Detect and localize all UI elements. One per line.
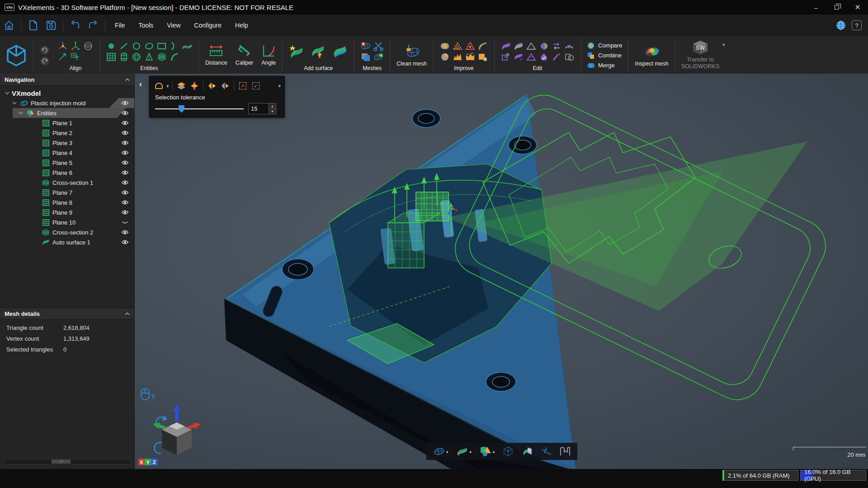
entities-display-dropup-caret[interactable]: ▴ — [493, 449, 495, 454]
new-session-button[interactable] — [25, 18, 41, 33]
home-button[interactable] — [1, 18, 17, 33]
edit-subdivide-button[interactable] — [526, 52, 537, 62]
menu-file[interactable]: File — [108, 14, 132, 36]
edit-flip-button[interactable] — [551, 41, 562, 51]
select-visible-layers-button[interactable] — [176, 80, 187, 91]
undo-button[interactable] — [67, 18, 83, 33]
fill-holes-button[interactable] — [439, 41, 450, 51]
tree-item-plane-9[interactable]: Plane 9 — [0, 207, 134, 217]
selection-more-dropdown-caret[interactable]: ▾ — [278, 83, 281, 89]
align-move-button[interactable] — [57, 52, 68, 62]
save-button[interactable] — [43, 18, 59, 33]
transfer-solidworks-button[interactable]: SW Transfer to SOLIDWORKS ▾ — [678, 37, 729, 74]
tree-item-vxmodel[interactable]: VXmodel — [0, 88, 134, 98]
web-globe-icon[interactable] — [835, 20, 846, 31]
merge-button[interactable]: Merge — [587, 61, 622, 70]
visibility-eye-open-icon[interactable] — [121, 110, 129, 116]
navigation-cube[interactable] — [152, 404, 202, 458]
align-plane-axis-button[interactable] — [70, 52, 81, 62]
tree-item-plane-7[interactable]: Plane 7 — [0, 188, 134, 197]
select-through-button[interactable] — [189, 80, 200, 91]
edit-mirror-button[interactable] — [538, 41, 549, 51]
entity-line-button[interactable] — [118, 41, 129, 51]
selection-shape-lasso-button[interactable] — [153, 80, 164, 91]
invert-selection-button[interactable] — [220, 80, 231, 91]
surface-display-button[interactable]: ▴ — [455, 445, 473, 458]
menu-view[interactable]: View — [160, 14, 187, 36]
edit-triangle-button[interactable] — [526, 41, 537, 51]
menu-configure[interactable]: Configure — [187, 14, 228, 36]
visibility-eye-open-icon[interactable] — [121, 239, 129, 245]
add-surface-boundary-button[interactable] — [332, 44, 348, 59]
visibility-eye-open-icon[interactable] — [121, 230, 129, 235]
close-button[interactable]: ✕ — [847, 0, 868, 14]
edit-orient-button[interactable] — [564, 41, 575, 51]
tree-item-entities[interactable]: Entities — [0, 108, 134, 118]
mouse-help-button[interactable]: ? — [140, 388, 155, 400]
mesh-split-button[interactable] — [373, 41, 384, 51]
entity-cylinder-button[interactable] — [118, 52, 129, 62]
mesh-display-dropup-caret[interactable]: ▴ — [446, 449, 448, 454]
visibility-eye-open-icon[interactable] — [121, 190, 129, 195]
tree-item-plane-3[interactable]: Plane 3 — [0, 138, 134, 148]
tree-item-plastic-injection-mold[interactable]: Plastic injection mold — [0, 98, 134, 108]
tree-item-cross-section-1[interactable]: Cross-section 1 — [0, 178, 134, 188]
mesh-delete-button[interactable] — [360, 41, 371, 51]
menu-help[interactable]: Help — [228, 14, 255, 36]
redo-button[interactable] — [85, 18, 101, 33]
defeature-button[interactable] — [477, 52, 488, 62]
entity-rectangle-button[interactable] — [156, 41, 167, 51]
align-best-fit-button[interactable] — [57, 41, 68, 51]
visibility-eye-open-icon[interactable] — [121, 150, 129, 155]
smooth-button[interactable] — [439, 52, 450, 62]
mesh-validate-button[interactable] — [373, 52, 384, 62]
inspect-mesh-button[interactable]: Inspect mesh — [631, 37, 672, 74]
add-surface-new-button[interactable] — [288, 44, 305, 59]
tree-item-plane-4[interactable]: Plane 4 — [0, 148, 134, 158]
tree-item-plane-10[interactable]: Plane 10 — [0, 217, 134, 227]
navigation-panel-header[interactable]: Navigation — [0, 74, 134, 86]
shrink-selection-button[interactable]: ↙ — [250, 80, 261, 91]
viewport-3d-scene[interactable] — [135, 74, 868, 469]
mesh-display-button[interactable]: ▴ — [432, 445, 450, 458]
selection-tolerance-slider[interactable] — [155, 105, 244, 113]
entity-cone-button[interactable] — [144, 52, 155, 62]
expand-chevron-icon[interactable] — [3, 92, 12, 94]
visibility-eye-open-icon[interactable] — [121, 170, 129, 175]
flip-selection-button[interactable] — [207, 80, 217, 91]
slider-track[interactable] — [155, 108, 244, 109]
remove-spikes-button[interactable] — [465, 41, 476, 51]
spinner-down-button[interactable]: ▼ — [269, 109, 276, 114]
reduce-button[interactable] — [452, 52, 463, 62]
visibility-eye-open-icon[interactable] — [121, 180, 129, 185]
scrollbar-thumb[interactable] — [52, 460, 71, 464]
panel-horizontal-scrollbar[interactable] — [4, 459, 131, 465]
grow-selection-button[interactable]: ↗ — [237, 80, 248, 91]
entity-circle-button[interactable] — [131, 41, 142, 51]
tree-item-plane-5[interactable]: Plane 5 — [0, 158, 134, 168]
edit-sculpt-button[interactable] — [551, 52, 562, 62]
entity-spline-button[interactable] — [182, 41, 193, 51]
menu-tools[interactable]: Tools — [132, 14, 160, 36]
entity-ellipse-button[interactable] — [144, 41, 155, 51]
clean-mesh-button[interactable]: Clean mesh — [392, 37, 431, 74]
edit-scale-button[interactable] — [500, 52, 511, 62]
tree-item-plane-1[interactable]: Plane 1 — [0, 118, 134, 128]
collapse-mesh-details-chevron-icon[interactable] — [125, 312, 130, 315]
edit-surface-button[interactable] — [500, 41, 511, 51]
section-profile-button[interactable] — [539, 445, 553, 458]
entity-curve-button[interactable] — [169, 52, 180, 62]
cross-section-view-button[interactable] — [520, 445, 534, 458]
mesh-details-header[interactable]: Mesh details — [0, 308, 134, 319]
align-points-button[interactable] — [70, 41, 81, 51]
ribbon-redo-button[interactable] — [39, 56, 50, 66]
spinner-up-button[interactable]: ▲ — [269, 103, 276, 109]
visibility-eye-open-icon[interactable] — [121, 100, 129, 106]
remesh-button[interactable] — [465, 52, 476, 62]
curvature-graph-button[interactable] — [558, 445, 572, 458]
entity-arc-button[interactable] — [169, 41, 180, 51]
selection-tolerance-input[interactable] — [249, 103, 269, 114]
tree-item-cross-section-2[interactable]: Cross-section 2 — [0, 227, 134, 237]
help-button[interactable]: ? — [852, 20, 862, 30]
visibility-eye-open-icon[interactable] — [121, 160, 129, 165]
